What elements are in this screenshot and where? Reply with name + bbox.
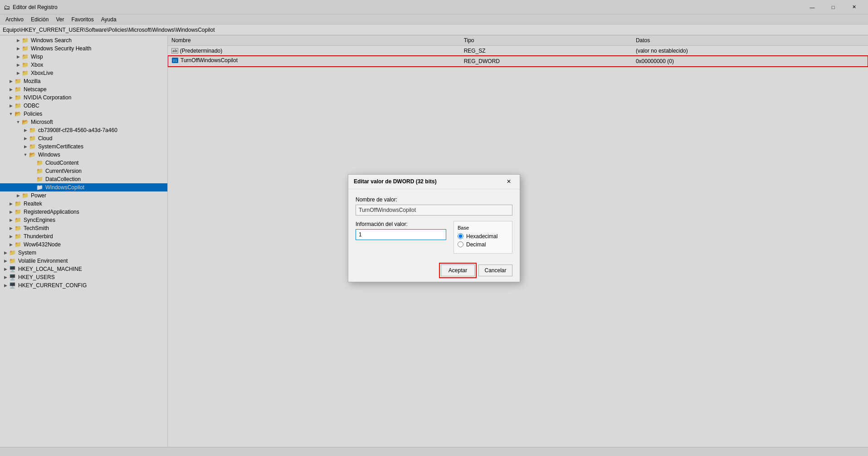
- dialog-close-button[interactable]: ✕: [503, 176, 514, 187]
- nombre-label: Nombre de valor:: [356, 196, 512, 203]
- base-label: Base: [458, 225, 508, 230]
- dialog-title: Editar valor de DWORD (32 bits): [354, 178, 437, 185]
- dword-dialog: Editar valor de DWORD (32 bits) ✕ Nombre…: [348, 174, 520, 282]
- info-label: Información del valor:: [356, 221, 446, 227]
- radio-dec[interactable]: [458, 241, 463, 247]
- base-group-container: Base Hexadecimal Decimal: [454, 221, 512, 254]
- radio-hex-label[interactable]: Hexadecimal: [458, 233, 508, 240]
- nombre-field: [356, 205, 512, 216]
- radio-dec-label[interactable]: Decimal: [458, 241, 508, 248]
- ok-button[interactable]: Aceptar: [441, 265, 475, 276]
- dialog-footer: Aceptar Cancelar: [348, 261, 520, 282]
- cancel-button[interactable]: Cancelar: [478, 265, 512, 276]
- dialog-left: Información del valor:: [356, 221, 446, 240]
- dialog-row: Información del valor: Base Hexadecimal …: [356, 221, 512, 254]
- radio-hex[interactable]: [458, 233, 463, 239]
- base-group: Base Hexadecimal Decimal: [454, 221, 512, 254]
- value-input[interactable]: [356, 229, 446, 240]
- dialog-body: Nombre de valor: Información del valor: …: [348, 189, 520, 261]
- dialog-titlebar: Editar valor de DWORD (32 bits) ✕: [348, 175, 520, 189]
- dialog-overlay: Editar valor de DWORD (32 bits) ✕ Nombre…: [0, 0, 868, 456]
